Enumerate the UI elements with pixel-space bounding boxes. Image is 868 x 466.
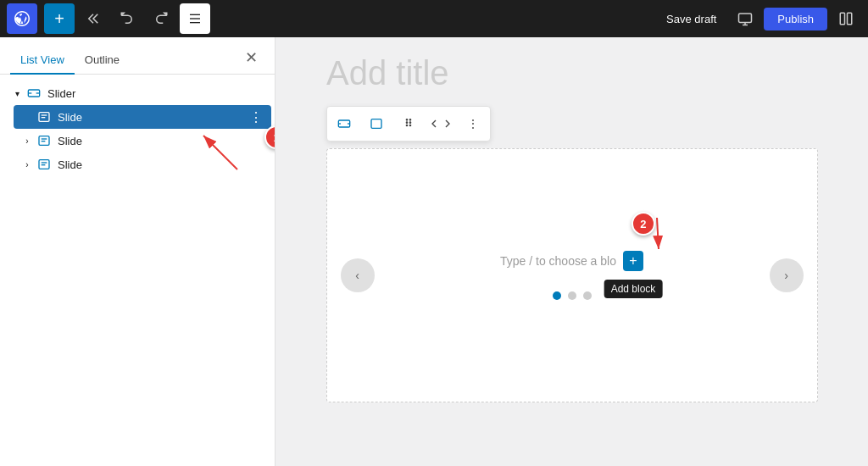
- svg-rect-23: [371, 119, 381, 129]
- svg-rect-3: [739, 14, 752, 23]
- slide-block-icon: [36, 108, 53, 125]
- svg-point-25: [406, 122, 407, 123]
- slider-dots: [553, 291, 592, 300]
- dot-3[interactable]: [583, 291, 592, 300]
- svg-rect-6: [848, 13, 852, 25]
- add-block-button-inline[interactable]: +: [623, 251, 643, 271]
- svg-point-29: [409, 125, 410, 125]
- redo-button[interactable]: [146, 3, 176, 34]
- sidebar-tabs: List View Outline ✕: [0, 37, 275, 75]
- toolbar-move-btn[interactable]: [393, 108, 424, 139]
- block-toolbar: ⋮: [326, 106, 491, 141]
- svg-point-28: [409, 122, 410, 123]
- slider-block-icon: [25, 85, 42, 102]
- slider-prev-button[interactable]: ‹: [341, 258, 375, 292]
- list-view-toggle[interactable]: [180, 3, 210, 34]
- svg-line-31: [657, 218, 659, 249]
- slide-2-label: Slide: [58, 135, 264, 147]
- slider-block: ‹ Type / to choose a blo + Add block 2: [326, 148, 818, 402]
- toolbar-slide-btn[interactable]: [361, 108, 392, 139]
- sidebar: List View Outline ✕ ▾ Slider Slide ⋮: [0, 37, 275, 466]
- editor-title[interactable]: Add title: [326, 54, 449, 92]
- svg-point-24: [406, 119, 407, 120]
- collapse-icon: [20, 110, 34, 124]
- sidebar-tree: ▾ Slider Slide ⋮ 1: [0, 75, 275, 466]
- save-draft-button[interactable]: Save draft: [656, 8, 726, 31]
- svg-rect-0: [190, 14, 200, 15]
- slide-content: Type / to choose a blo + Add block 2: [500, 251, 643, 271]
- add-block-tooltip: Add block: [604, 280, 663, 298]
- top-bar: + Save draft Publish: [0, 0, 868, 37]
- wp-logo[interactable]: [7, 3, 37, 34]
- tree-item-slide-3[interactable]: › Slide: [14, 153, 271, 176]
- expand-icon: ›: [20, 134, 34, 147]
- tree-item-slide-2[interactable]: › Slide: [14, 129, 271, 153]
- main-layout: List View Outline ✕ ▾ Slider Slide ⋮: [0, 37, 868, 466]
- toolbar-slider-btn[interactable]: [329, 108, 359, 139]
- svg-rect-2: [190, 22, 200, 23]
- sidebar-close-button[interactable]: ✕: [238, 45, 264, 70]
- slide-2-block-icon: [36, 132, 53, 149]
- toolbar-navigate-btn[interactable]: [426, 108, 456, 139]
- tools-button[interactable]: [78, 3, 108, 34]
- dot-1[interactable]: [553, 291, 561, 300]
- svg-point-27: [409, 119, 410, 120]
- annotation-2: 2: [632, 212, 655, 236]
- add-block-button[interactable]: +: [44, 3, 75, 34]
- publish-button[interactable]: Publish: [764, 8, 827, 31]
- preview-button[interactable]: [730, 3, 760, 34]
- slide-1-label: Slide: [58, 111, 248, 124]
- tab-list-view[interactable]: List View: [10, 47, 75, 75]
- tab-outline[interactable]: Outline: [75, 47, 130, 75]
- dot-2[interactable]: [568, 291, 576, 300]
- undo-button[interactable]: [112, 3, 142, 34]
- expand-icon-3: ›: [20, 158, 34, 171]
- settings-sidebar-toggle[interactable]: [831, 3, 861, 34]
- slide-placeholder[interactable]: Type / to choose a blo: [500, 254, 616, 268]
- tree-item-slider[interactable]: ▾ Slider: [3, 81, 271, 105]
- slide-3-label: Slide: [58, 158, 264, 171]
- svg-rect-7: [840, 13, 844, 25]
- slider-next-button[interactable]: ›: [770, 258, 804, 292]
- toolbar-more-btn[interactable]: ⋮: [458, 108, 488, 139]
- slider-label: Slider: [47, 87, 264, 100]
- svg-point-26: [406, 125, 407, 125]
- canvas-area: Add title ⋮ ‹ Type / to choos: [275, 37, 868, 466]
- slide-1-more-icon[interactable]: ⋮: [248, 108, 264, 125]
- svg-rect-1: [190, 18, 200, 19]
- tree-item-slide-1[interactable]: Slide ⋮ 1: [14, 105, 271, 129]
- slide-3-block-icon: [36, 156, 53, 173]
- chevron-down-icon: ▾: [10, 86, 24, 100]
